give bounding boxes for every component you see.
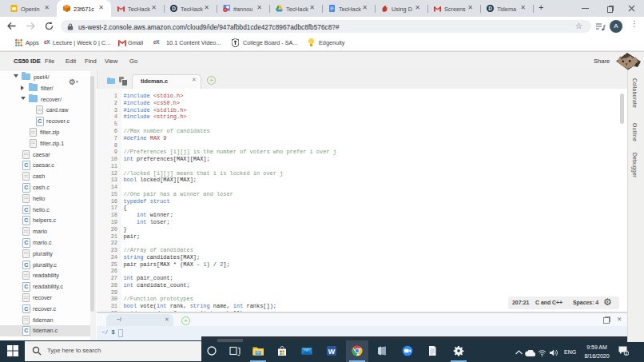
svg-text:D: D (488, 6, 492, 11)
svg-text:W: W (328, 348, 336, 356)
svg-text:2: 2 (626, 351, 628, 356)
svg-text:D: D (172, 6, 176, 11)
